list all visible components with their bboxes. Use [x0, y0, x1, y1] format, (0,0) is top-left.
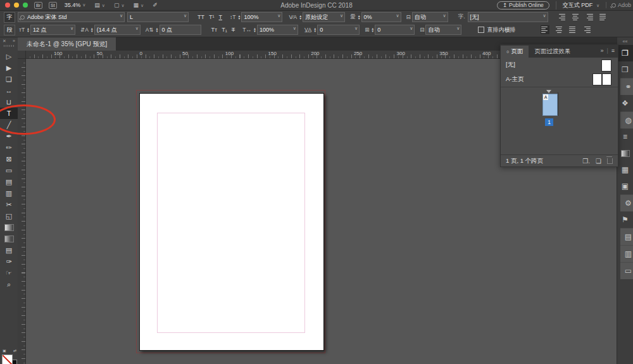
eyedropper-tool[interactable]: ✑	[0, 256, 18, 267]
superscript-button[interactable]: T¹	[209, 14, 215, 20]
tab-page-transitions[interactable]: 页面过渡效果	[529, 46, 576, 58]
stroke-panel-icon[interactable]: ≡	[617, 129, 633, 145]
horizontal-scale-field[interactable]: 100%	[257, 25, 298, 35]
zoom-tool[interactable]: ⌕	[0, 279, 18, 290]
vertical-grid-tool[interactable]: ▥	[0, 187, 18, 199]
tab-pages[interactable]: ○ 页面	[501, 46, 529, 58]
drag-grip[interactable]	[4, 45, 14, 47]
layers-panel-icon[interactable]: ❖	[617, 95, 633, 111]
gap-tool[interactable]: ↔	[0, 85, 18, 96]
bridge-button[interactable]: Br	[34, 2, 42, 9]
gradient-panel-icon[interactable]	[617, 145, 633, 161]
baseline-shift-field[interactable]: 0 点	[160, 25, 201, 35]
vertical-scale-stepper[interactable]: ▲▼	[237, 15, 241, 20]
delete-page-button[interactable]	[607, 158, 613, 164]
align-left-button[interactable]	[541, 25, 549, 34]
page-1-number-badge[interactable]: 1	[545, 118, 553, 126]
collapse-icon[interactable]: »	[13, 39, 15, 43]
selection-tool[interactable]: ▷	[0, 51, 18, 62]
character-formatting-tab[interactable]: 字	[4, 12, 15, 23]
subscript-button[interactable]: T₁	[222, 27, 227, 33]
grid-squeeze-stepper[interactable]: ▲▼	[358, 15, 361, 20]
stock-button[interactable]: St	[49, 2, 57, 9]
master-a-row[interactable]: A-主页	[501, 72, 618, 87]
align-center-v-button[interactable]	[571, 13, 580, 22]
links-panel-icon[interactable]: ⚭	[620, 78, 633, 95]
scissors-tool[interactable]: ✂	[0, 199, 18, 210]
edit-page-size-button[interactable]: ❐.	[582, 158, 590, 165]
zoom-level-dropdown[interactable]: 35.4%	[65, 2, 81, 8]
panel-collapse-icon[interactable]: »	[600, 47, 603, 54]
direct-selection-tool[interactable]: ▶	[0, 62, 18, 73]
align-bottom-button[interactable]	[585, 13, 594, 22]
search-field[interactable]: Adob	[606, 2, 633, 8]
fill-swatch[interactable]	[2, 355, 13, 364]
document-page[interactable]	[139, 93, 324, 351]
font-size-field[interactable]: 12 点	[30, 25, 75, 35]
swap-fill-stroke-icon[interactable]: ⇄	[13, 348, 16, 353]
document-tab[interactable]: 未命名-1 @ 35% [GPU 预览]	[18, 37, 116, 51]
kerning-stepper[interactable]: ▲▼	[299, 15, 302, 20]
justify-button[interactable]	[568, 25, 577, 34]
workspace-switcher[interactable]: 交互式 PDF ∨	[556, 1, 599, 9]
small-caps-button[interactable]: Tт	[211, 27, 218, 33]
font-style-combo[interactable]: L	[127, 12, 189, 22]
proportional-spacing-stepper[interactable]: ▲▼	[371, 27, 374, 32]
bookmarks-panel-icon[interactable]: ⚑	[617, 211, 633, 228]
hand-tool[interactable]: ☞	[0, 267, 18, 279]
swatches-panel-icon[interactable]: ▦	[617, 161, 633, 178]
expand-panels-button[interactable]: ««	[617, 37, 633, 45]
color-panel-icon[interactable]: ◍	[620, 111, 633, 129]
publish-online-button[interactable]: ↥ Publish Online	[497, 1, 549, 9]
screen-mode-button[interactable]: ▢∨	[114, 2, 125, 8]
paragraph-formatting-tab[interactable]: 段	[4, 25, 15, 35]
leading-stepper[interactable]: ▲▼	[91, 27, 94, 32]
effects-panel-icon[interactable]: ⚙	[620, 194, 633, 211]
align-center-button[interactable]	[555, 25, 563, 34]
buttons-forms-panel-icon[interactable]: ▤	[620, 228, 633, 245]
gradient-swatch-tool[interactable]	[0, 222, 18, 233]
font-size-stepper[interactable]: ▲▼	[27, 27, 30, 32]
note-tool[interactable]: ▤	[0, 244, 18, 256]
pencil-tool[interactable]: ✏	[0, 142, 18, 153]
font-family-combo[interactable]: Adobe 宋体 Std	[18, 12, 125, 22]
strikethrough-button[interactable]: T	[232, 27, 235, 33]
character-style-combo[interactable]: [无]	[468, 12, 548, 22]
align-top-button[interactable]	[557, 13, 566, 22]
page-transitions-panel-icon[interactable]: ❒	[617, 61, 633, 78]
leading-field[interactable]: (14.4 点	[94, 25, 141, 35]
tracking-stepper[interactable]: ▲▼	[313, 27, 316, 32]
close-window-button[interactable]	[5, 3, 10, 8]
gradient-feather-tool[interactable]	[0, 233, 18, 244]
tracking-field[interactable]: 0	[317, 25, 360, 35]
ruler-origin-corner[interactable]	[18, 51, 26, 59]
view-options-button[interactable]: ▤∨	[94, 2, 105, 8]
cc-libraries-panel-icon[interactable]: ▣	[617, 178, 633, 194]
align-right-button[interactable]	[582, 25, 591, 34]
all-caps-button[interactable]: TT	[197, 14, 204, 20]
page-tool[interactable]: ❏	[0, 73, 18, 85]
master-none-row[interactable]: [无]	[501, 58, 618, 72]
underline-button[interactable]: T	[219, 14, 223, 20]
pages-panel-icon[interactable]: ❐	[617, 45, 633, 61]
jidori-field[interactable]: 自动	[412, 12, 448, 22]
media-panel-icon[interactable]: ▥	[620, 245, 633, 262]
horizontal-scale-stepper[interactable]: ▲▼	[253, 27, 256, 32]
kerning-field[interactable]: 原始设定	[303, 12, 345, 22]
epub-preview-panel-icon[interactable]: ▭	[620, 262, 633, 279]
jidori2-field[interactable]: 自动	[425, 25, 461, 35]
rectangle-frame-tool[interactable]: ⊠	[0, 153, 18, 165]
minimize-window-button[interactable]	[14, 3, 19, 8]
justify-v-button[interactable]	[599, 13, 608, 22]
rectangle-tool[interactable]: ▭	[0, 165, 18, 176]
page-1-thumbnail[interactable]: A	[542, 94, 558, 116]
baseline-shift-stepper[interactable]: ▲▼	[156, 27, 159, 32]
free-transform-tool[interactable]: ◱	[0, 210, 18, 222]
close-icon[interactable]: ✕	[3, 39, 6, 44]
tatechuyoko-checkbox[interactable]	[478, 27, 484, 33]
panel-menu-icon[interactable]: ≡	[611, 47, 615, 54]
horizontal-grid-tool[interactable]: ▤	[0, 176, 18, 187]
tools-panel-header[interactable]: ✕ »	[0, 37, 18, 51]
arrange-documents-button[interactable]: ▦∨	[134, 2, 144, 8]
default-fill-stroke-icon[interactable]: ▣	[3, 348, 6, 353]
